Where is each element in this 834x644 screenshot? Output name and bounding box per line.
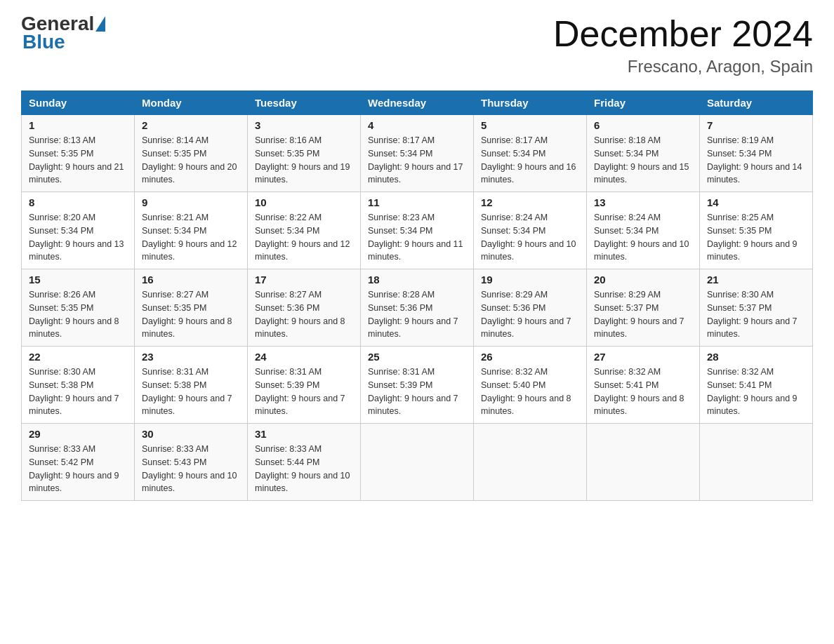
calendar-cell: 3Sunrise: 8:16 AMSunset: 5:35 PMDaylight… (248, 115, 361, 192)
day-number: 19 (481, 274, 579, 286)
day-number: 18 (368, 274, 466, 286)
day-info: Sunrise: 8:32 AMSunset: 5:40 PMDaylight:… (481, 365, 579, 418)
calendar-cell: 4Sunrise: 8:17 AMSunset: 5:34 PMDaylight… (361, 115, 474, 192)
calendar-cell (700, 424, 813, 501)
calendar-cell: 21Sunrise: 8:30 AMSunset: 5:37 PMDayligh… (700, 269, 813, 347)
day-info: Sunrise: 8:17 AMSunset: 5:34 PMDaylight:… (481, 134, 579, 187)
day-info: Sunrise: 8:33 AMSunset: 5:42 PMDaylight:… (29, 443, 127, 495)
day-number: 29 (29, 428, 127, 440)
calendar-cell (587, 424, 700, 501)
week-row-5: 29Sunrise: 8:33 AMSunset: 5:42 PMDayligh… (22, 424, 813, 501)
header-tuesday: Tuesday (248, 91, 361, 115)
calendar-header-row: SundayMondayTuesdayWednesdayThursdayFrid… (22, 91, 813, 115)
calendar-table: SundayMondayTuesdayWednesdayThursdayFrid… (21, 90, 813, 501)
day-number: 11 (368, 196, 466, 208)
title-block: December 2024 Frescano, Aragon, Spain (553, 14, 813, 76)
calendar-cell (361, 424, 474, 501)
day-number: 4 (368, 119, 466, 131)
day-info: Sunrise: 8:17 AMSunset: 5:34 PMDaylight:… (368, 134, 466, 187)
calendar-cell: 13Sunrise: 8:24 AMSunset: 5:34 PMDayligh… (587, 192, 700, 269)
calendar-cell: 19Sunrise: 8:29 AMSunset: 5:36 PMDayligh… (474, 269, 587, 347)
month-title: December 2024 (553, 14, 813, 54)
header-saturday: Saturday (700, 91, 813, 115)
logo-triangle-icon (95, 16, 105, 32)
header-friday: Friday (587, 91, 700, 115)
calendar-cell: 24Sunrise: 8:31 AMSunset: 5:39 PMDayligh… (248, 347, 361, 424)
day-info: Sunrise: 8:32 AMSunset: 5:41 PMDaylight:… (707, 365, 805, 418)
day-info: Sunrise: 8:31 AMSunset: 5:38 PMDaylight:… (142, 365, 240, 418)
day-info: Sunrise: 8:14 AMSunset: 5:35 PMDaylight:… (142, 134, 240, 187)
day-info: Sunrise: 8:29 AMSunset: 5:37 PMDaylight:… (594, 288, 692, 341)
day-number: 20 (594, 274, 692, 286)
week-row-2: 8Sunrise: 8:20 AMSunset: 5:34 PMDaylight… (22, 192, 813, 269)
calendar-cell: 18Sunrise: 8:28 AMSunset: 5:36 PMDayligh… (361, 269, 474, 347)
day-info: Sunrise: 8:26 AMSunset: 5:35 PMDaylight:… (29, 288, 127, 341)
day-info: Sunrise: 8:32 AMSunset: 5:41 PMDaylight:… (594, 365, 692, 418)
day-info: Sunrise: 8:31 AMSunset: 5:39 PMDaylight:… (368, 365, 466, 418)
day-number: 15 (29, 274, 127, 286)
header-sunday: Sunday (22, 91, 135, 115)
calendar-cell: 30Sunrise: 8:33 AMSunset: 5:43 PMDayligh… (135, 424, 248, 501)
day-number: 9 (142, 196, 240, 208)
day-info: Sunrise: 8:30 AMSunset: 5:37 PMDaylight:… (707, 288, 805, 341)
day-number: 21 (707, 274, 805, 286)
day-number: 8 (29, 196, 127, 208)
day-info: Sunrise: 8:16 AMSunset: 5:35 PMDaylight:… (255, 134, 353, 187)
calendar-cell: 29Sunrise: 8:33 AMSunset: 5:42 PMDayligh… (22, 424, 135, 501)
calendar-cell: 22Sunrise: 8:30 AMSunset: 5:38 PMDayligh… (22, 347, 135, 424)
calendar-cell: 17Sunrise: 8:27 AMSunset: 5:36 PMDayligh… (248, 269, 361, 347)
day-info: Sunrise: 8:29 AMSunset: 5:36 PMDaylight:… (481, 288, 579, 341)
day-info: Sunrise: 8:33 AMSunset: 5:44 PMDaylight:… (255, 443, 353, 495)
calendar-cell: 2Sunrise: 8:14 AMSunset: 5:35 PMDaylight… (135, 115, 248, 192)
calendar-cell: 26Sunrise: 8:32 AMSunset: 5:40 PMDayligh… (474, 347, 587, 424)
day-number: 31 (255, 428, 353, 440)
calendar-cell: 8Sunrise: 8:20 AMSunset: 5:34 PMDaylight… (22, 192, 135, 269)
week-row-3: 15Sunrise: 8:26 AMSunset: 5:35 PMDayligh… (22, 269, 813, 347)
day-number: 13 (594, 196, 692, 208)
day-info: Sunrise: 8:19 AMSunset: 5:34 PMDaylight:… (707, 134, 805, 187)
day-info: Sunrise: 8:30 AMSunset: 5:38 PMDaylight:… (29, 365, 127, 418)
calendar-body: 1Sunrise: 8:13 AMSunset: 5:35 PMDaylight… (22, 115, 813, 501)
calendar-cell: 14Sunrise: 8:25 AMSunset: 5:35 PMDayligh… (700, 192, 813, 269)
calendar-cell: 12Sunrise: 8:24 AMSunset: 5:34 PMDayligh… (474, 192, 587, 269)
day-number: 5 (481, 119, 579, 131)
calendar-cell: 6Sunrise: 8:18 AMSunset: 5:34 PMDaylight… (587, 115, 700, 192)
day-number: 22 (29, 351, 127, 363)
header-thursday: Thursday (474, 91, 587, 115)
day-info: Sunrise: 8:13 AMSunset: 5:35 PMDaylight:… (29, 134, 127, 187)
day-info: Sunrise: 8:28 AMSunset: 5:36 PMDaylight:… (368, 288, 466, 341)
day-info: Sunrise: 8:24 AMSunset: 5:34 PMDaylight:… (481, 211, 579, 264)
day-number: 3 (255, 119, 353, 131)
calendar-cell: 10Sunrise: 8:22 AMSunset: 5:34 PMDayligh… (248, 192, 361, 269)
day-info: Sunrise: 8:31 AMSunset: 5:39 PMDaylight:… (255, 365, 353, 418)
calendar-cell: 20Sunrise: 8:29 AMSunset: 5:37 PMDayligh… (587, 269, 700, 347)
header-monday: Monday (135, 91, 248, 115)
calendar-cell: 25Sunrise: 8:31 AMSunset: 5:39 PMDayligh… (361, 347, 474, 424)
day-number: 17 (255, 274, 353, 286)
day-info: Sunrise: 8:20 AMSunset: 5:34 PMDaylight:… (29, 211, 127, 264)
day-number: 26 (481, 351, 579, 363)
calendar-cell: 9Sunrise: 8:21 AMSunset: 5:34 PMDaylight… (135, 192, 248, 269)
day-number: 23 (142, 351, 240, 363)
calendar-cell: 16Sunrise: 8:27 AMSunset: 5:35 PMDayligh… (135, 269, 248, 347)
location-title: Frescano, Aragon, Spain (553, 57, 813, 76)
day-number: 2 (142, 119, 240, 131)
calendar-cell: 31Sunrise: 8:33 AMSunset: 5:44 PMDayligh… (248, 424, 361, 501)
calendar-cell: 28Sunrise: 8:32 AMSunset: 5:41 PMDayligh… (700, 347, 813, 424)
day-number: 25 (368, 351, 466, 363)
day-number: 1 (29, 119, 127, 131)
day-info: Sunrise: 8:25 AMSunset: 5:35 PMDaylight:… (707, 211, 805, 264)
day-number: 28 (707, 351, 805, 363)
day-number: 12 (481, 196, 579, 208)
day-number: 27 (594, 351, 692, 363)
logo: General Blue (21, 14, 107, 53)
day-number: 7 (707, 119, 805, 131)
calendar-cell: 27Sunrise: 8:32 AMSunset: 5:41 PMDayligh… (587, 347, 700, 424)
day-info: Sunrise: 8:24 AMSunset: 5:34 PMDaylight:… (594, 211, 692, 264)
day-info: Sunrise: 8:33 AMSunset: 5:43 PMDaylight:… (142, 443, 240, 495)
calendar-cell: 5Sunrise: 8:17 AMSunset: 5:34 PMDaylight… (474, 115, 587, 192)
header-wednesday: Wednesday (361, 91, 474, 115)
logo-blue-text: Blue (22, 31, 65, 53)
day-info: Sunrise: 8:27 AMSunset: 5:36 PMDaylight:… (255, 288, 353, 341)
day-number: 6 (594, 119, 692, 131)
